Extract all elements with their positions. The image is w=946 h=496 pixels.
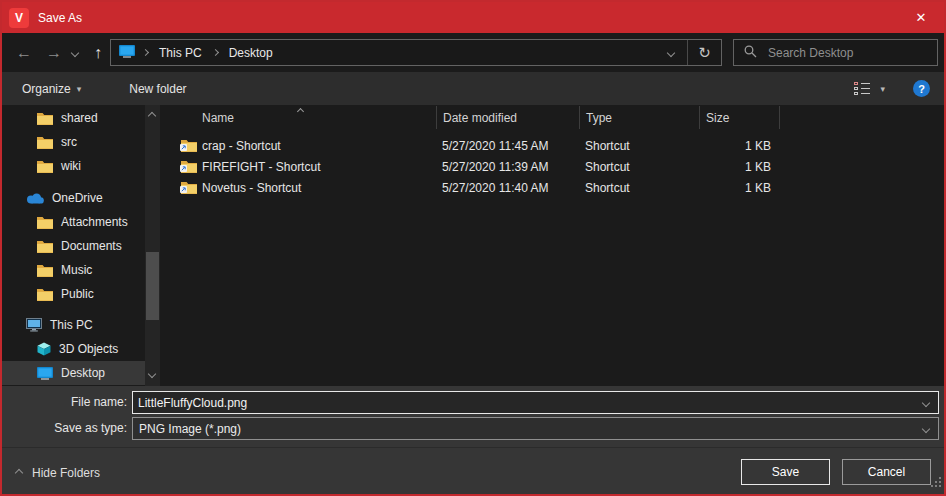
sidebar-item-shared[interactable]: shared [2,106,145,130]
help-button[interactable]: ? [913,80,930,97]
sidebar-item-documents[interactable]: Documents [2,234,145,258]
file-date-modified: 5/27/2020 11:40 AM [442,181,549,195]
shortcut-arrow-icon [180,161,187,175]
file-list: Name Date modified Type Size crap - Shor… [162,105,944,386]
save-button[interactable]: Save [741,459,830,485]
sidebar-item-public[interactable]: Public [2,282,145,306]
file-type: Shortcut [585,181,630,195]
dropdown-triangle-icon: ▾ [77,84,82,94]
view-dropdown-button[interactable]: ▾ [880,84,885,94]
breadcrumb-this-pc[interactable]: This PC [156,46,205,60]
search-box[interactable] [733,39,938,66]
app-logo-icon: V [9,8,29,28]
command-toolbar: Organize ▾ New folder ▾ ? [2,72,944,105]
up-button[interactable]: ↑ [84,33,112,72]
3d-objects-icon [37,342,51,356]
main-content: shared src wiki OneDrive Attachments Doc… [2,105,944,386]
address-bar-controls: ↻ [654,40,721,65]
navigation-sidebar: shared src wiki OneDrive Attachments Doc… [2,105,162,386]
organize-label: Organize [22,82,71,96]
title-bar: V Save As ✕ [2,2,944,33]
resize-grip-icon[interactable] [931,473,941,491]
sidebar-item-label: OneDrive [52,191,103,205]
folder-shortcut-icon [181,181,197,195]
toolbar-right-controls: ▾ ? [854,80,930,97]
sidebar-item-label: 3D Objects [59,342,118,356]
sidebar-item-onedrive[interactable]: OneDrive [2,186,145,210]
file-row-novetus-shortcut[interactable]: Novetus - Shortcut 5/27/2020 11:40 AM Sh… [162,178,944,199]
forward-button[interactable]: → [40,33,68,72]
scrollbar-thumb[interactable] [146,252,159,320]
sidebar-item-wiki[interactable]: wiki [2,154,145,178]
recent-locations-button[interactable] [66,33,84,72]
chevron-down-icon [666,48,674,56]
column-header-size[interactable]: Size [706,111,729,125]
save-as-type-dropdown[interactable]: PNG Image (*.png) [132,417,939,440]
onedrive-icon [26,193,44,204]
sidebar-item-label: wiki [61,159,81,173]
file-list-header: Name Date modified Type Size [162,105,944,130]
shortcut-arrow-icon [180,140,187,154]
refresh-icon: ↻ [698,44,711,62]
file-name: crap - Shortcut [202,139,281,153]
desktop-location-icon [119,45,135,61]
save-as-type-value: PNG Image (*.png) [133,422,923,436]
address-dropdown-button[interactable] [654,40,687,65]
column-separator[interactable] [699,106,700,129]
cancel-button[interactable]: Cancel [842,459,931,485]
refresh-button[interactable]: ↻ [688,40,721,65]
sidebar-item-this-pc[interactable]: This PC [2,313,145,337]
dialog-footer: Hide Folders Save Cancel [2,447,944,494]
hide-folders-label: Hide Folders [32,466,100,480]
new-folder-button[interactable]: New folder [119,72,196,105]
new-folder-label: New folder [129,82,186,96]
navigation-bar: ← → ↑ This PC Desktop ↻ [2,33,944,72]
scroll-up-icon[interactable] [148,112,156,120]
chevron-down-icon[interactable] [922,398,930,406]
scroll-down-icon[interactable] [148,370,156,378]
file-row-firefight-shortcut[interactable]: FIREFIGHT - Shortcut 5/27/2020 11:39 AM … [162,157,944,178]
file-size: 1 KB [699,160,771,174]
sidebar-item-attachments[interactable]: Attachments [2,210,145,234]
column-separator[interactable] [779,106,780,129]
address-bar[interactable]: This PC Desktop ↻ [110,39,722,66]
breadcrumb: This PC Desktop [111,45,654,61]
column-separator[interactable] [579,106,580,129]
help-icon: ? [918,83,925,95]
file-date-modified: 5/27/2020 11:39 AM [442,160,549,174]
sidebar-item-label: shared [61,111,98,125]
search-input[interactable] [766,45,937,61]
back-icon: ← [16,44,32,62]
details-view-icon[interactable] [854,82,870,95]
column-header-type[interactable]: Type [586,111,612,125]
sidebar-item-desktop[interactable]: Desktop [2,361,145,385]
sidebar-scrollbar[interactable] [145,105,160,386]
back-button[interactable]: ← [10,33,38,72]
folder-shortcut-icon [181,160,197,174]
sidebar-item-label: Attachments [61,215,128,229]
hide-folders-button[interactable]: Hide Folders [16,466,100,480]
search-icon [744,44,757,62]
file-name-input[interactable] [133,396,923,410]
breadcrumb-desktop[interactable]: Desktop [226,46,276,60]
organize-button[interactable]: Organize ▾ [12,72,91,105]
sidebar-item-music[interactable]: Music [2,258,145,282]
sidebar-item-label: This PC [50,318,93,332]
sidebar-item-label: Desktop [61,366,105,380]
desktop-icon [37,367,53,380]
chevron-right-icon [212,49,219,56]
sidebar-item-src[interactable]: src [2,130,145,154]
close-button[interactable]: ✕ [898,2,944,33]
column-header-name[interactable]: Name [202,111,234,125]
chevron-down-icon[interactable] [922,424,930,432]
column-header-date-modified[interactable]: Date modified [443,111,517,125]
file-type: Shortcut [585,139,630,153]
file-size: 1 KB [699,181,771,195]
column-separator[interactable] [436,106,437,129]
folder-icon [37,112,53,125]
save-as-type-label: Save as type: [2,421,127,435]
sidebar-item-3d-objects[interactable]: 3D Objects [2,337,145,361]
file-row-crap-shortcut[interactable]: crap - Shortcut 5/27/2020 11:45 AM Short… [162,136,944,157]
file-name-combobox[interactable] [132,391,939,414]
sort-ascending-icon [297,108,304,115]
